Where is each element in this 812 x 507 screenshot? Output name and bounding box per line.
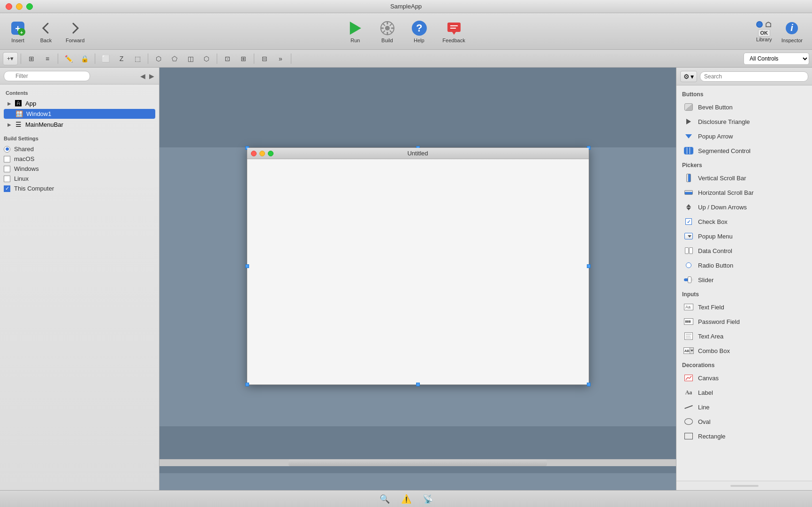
popup-arrow-item[interactable]: Popup Arrow (678, 129, 810, 143)
nav-back-arrow[interactable]: ◀ (139, 71, 146, 81)
check-box-item[interactable]: ✓ Check Box (678, 215, 810, 229)
pen-tool-button[interactable]: ✏️ (61, 52, 76, 65)
canvas-area[interactable]: Untitled (159, 68, 676, 490)
warning-status-icon[interactable]: ⚠️ (401, 494, 411, 504)
svg-point-6 (385, 26, 389, 31)
insert-label: Insert (11, 38, 24, 43)
oval-item[interactable]: Oval (678, 415, 810, 429)
main-area: 🔍 ◀ ▶ Contents ▶ 🅰 App 🪟 Window1 (0, 68, 812, 490)
data-control-item[interactable]: Data Control (678, 244, 810, 258)
resize-button[interactable]: ⊡ (220, 52, 235, 65)
radio-button-item[interactable]: Radio Button (678, 258, 810, 272)
build-item-macos[interactable]: macOS (4, 154, 155, 164)
add-object-button[interactable]: +▾ (3, 52, 18, 65)
canvas-item[interactable]: Canvas (678, 371, 810, 385)
list-view-button[interactable]: ≡ (40, 52, 55, 65)
combo-box-item[interactable]: AB Combo Box (678, 344, 810, 358)
close-button[interactable] (6, 3, 12, 10)
scale-button[interactable]: ⊞ (236, 52, 251, 65)
forward-button[interactable]: Forward (62, 18, 88, 45)
library-label: Library (756, 37, 772, 42)
contents-section-title: Contents (2, 86, 157, 98)
macos-checkbox[interactable] (4, 156, 10, 162)
status-bar: 🔍 ⚠️ 📡 (0, 490, 812, 507)
gear-button[interactable]: ⚙ ▾ (680, 71, 697, 82)
thiscomputer-checkbox[interactable]: ✓ (4, 185, 10, 192)
bevel-button-item[interactable]: Bevel Button (678, 100, 810, 114)
window-close-button[interactable] (251, 151, 257, 156)
lock-button[interactable]: 🔒 (77, 52, 92, 65)
panel-scroll-indicator (676, 481, 812, 490)
horizontal-scroll-bar-item[interactable]: Horizontal Scroll Bar (678, 185, 810, 200)
window-maximize-button[interactable] (268, 151, 273, 156)
app-expand-arrow[interactable]: ▶ (8, 101, 11, 106)
canvas-scrollbar[interactable] (159, 459, 676, 466)
antenna-status-icon[interactable]: 📡 (423, 494, 433, 504)
windows-checkbox[interactable] (4, 166, 10, 172)
sel-handle-ml[interactable] (245, 264, 249, 268)
label-item[interactable]: Aa Label (678, 385, 810, 399)
up-down-arrows-item[interactable]: Up / Down Arrows (678, 200, 810, 214)
feedback-button[interactable]: Feedback (439, 18, 469, 45)
nav-forward-arrow[interactable]: ▶ (148, 71, 155, 81)
checkbox-icon: ✓ (684, 217, 693, 226)
grid-view-button[interactable]: ⊞ (24, 52, 39, 65)
back-button[interactable]: Back (34, 18, 58, 45)
panel-search-input[interactable] (700, 71, 808, 82)
sidebar-item-mainmenubar[interactable]: ▶ ☰ MainMenuBar (4, 119, 155, 130)
disconnect-button[interactable]: ⬠ (167, 52, 182, 65)
menubar-expand-arrow[interactable]: ▶ (8, 122, 11, 127)
disclosure-triangle-item[interactable]: Disclosure Triangle (678, 115, 810, 129)
ungroup-button[interactable]: Z (114, 52, 129, 65)
sidebar-item-app[interactable]: ▶ 🅰 App (4, 98, 155, 108)
segmented-control-item[interactable]: Segmented Control (678, 144, 810, 158)
scrollbar-thumb[interactable] (288, 460, 547, 466)
help-button[interactable]: ? Help (407, 18, 431, 45)
insert-icon: + + (9, 20, 26, 37)
rectangle-item[interactable]: Rectangle (678, 429, 810, 443)
sel-handle-mr[interactable] (587, 264, 591, 268)
arrange-button[interactable]: ◫ (183, 52, 198, 65)
linux-checkbox[interactable] (4, 176, 10, 182)
minimize-button[interactable] (16, 3, 23, 10)
build-item-linux[interactable]: Linux (4, 174, 155, 184)
sidebar-item-window1[interactable]: 🪟 Window1 (4, 109, 155, 119)
align-button[interactable]: ⬡ (199, 52, 214, 65)
align-left-button[interactable]: ⊟ (257, 52, 272, 65)
sel-handle-br[interactable] (587, 383, 591, 386)
group-button[interactable]: ⬜ (98, 52, 113, 65)
connect-button[interactable]: ⬡ (151, 52, 166, 65)
maximize-button[interactable] (26, 3, 33, 10)
feedback-label: Feedback (442, 38, 465, 43)
slider-item[interactable]: Slider (678, 273, 810, 287)
library-button[interactable]: OK Library (752, 19, 776, 44)
controls-dropdown[interactable]: All Controls Buttons Inputs Containers (744, 53, 809, 65)
help-label: Help (414, 38, 425, 43)
sel-handle-bl[interactable] (245, 383, 249, 386)
password-field-item[interactable]: Password Field (678, 315, 810, 329)
line-item[interactable]: Line (678, 400, 810, 414)
inspector-button[interactable]: i Inspector (778, 18, 806, 45)
sel-handle-bc[interactable] (416, 383, 420, 386)
filter-input[interactable] (4, 71, 90, 81)
shared-radio[interactable] (4, 146, 10, 153)
more-button[interactable]: » (273, 52, 288, 65)
popup-arrow-label: Popup Arrow (698, 133, 733, 140)
vertical-scroll-bar-item[interactable]: Vertical Scroll Bar (678, 171, 810, 185)
build-item-windows[interactable]: Windows (4, 164, 155, 174)
frame-button[interactable]: ⬚ (130, 52, 145, 65)
build-item-thiscomputer[interactable]: ✓ This Computer (4, 184, 155, 193)
insert-button[interactable]: + + Insert (6, 18, 30, 45)
build-button[interactable]: Build (375, 18, 399, 45)
window1-icon: 🪟 (15, 110, 23, 117)
window-minimize-button[interactable] (259, 151, 265, 156)
build-item-shared[interactable]: Shared (4, 144, 155, 154)
canvas-window: Untitled (247, 147, 589, 385)
text-field-item[interactable]: Aa Text Field (678, 300, 810, 314)
text-area-item[interactable]: Text Area (678, 329, 810, 343)
search-status-icon[interactable]: 🔍 (379, 494, 390, 504)
window-content[interactable] (247, 159, 589, 384)
app-icon: 🅰 (14, 100, 23, 107)
run-button[interactable]: Run (343, 18, 367, 45)
popup-menu-item[interactable]: Popup Menu (678, 229, 810, 243)
